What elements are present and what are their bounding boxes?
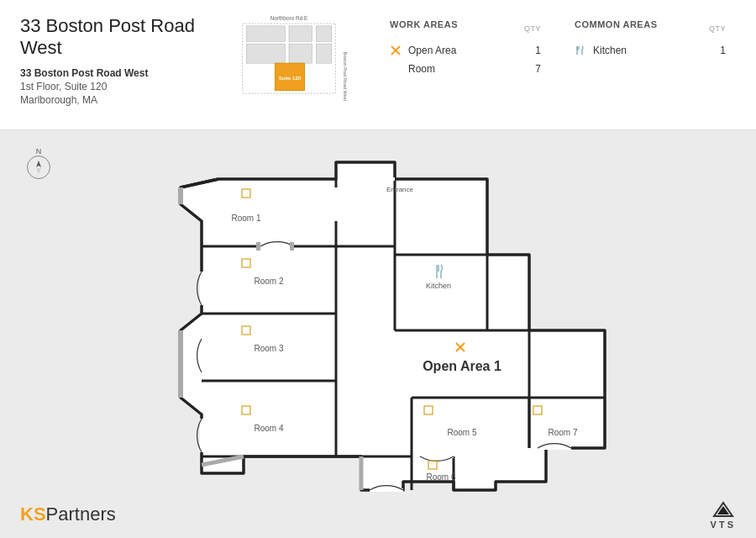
compass-north-label: N: [36, 147, 42, 156]
property-info: 33 Boston Post Road West 33 Boston Post …: [20, 15, 205, 114]
legend-room: Room 7: [390, 63, 541, 75]
fork-knife-icon: [575, 45, 586, 56]
compass: N: [24, 149, 54, 179]
vts-logo: VTS: [711, 501, 736, 530]
open-area-label: Open Area 1: [423, 359, 501, 373]
legend-work: Work Areas QTY Open Area 1 Room 7: [373, 15, 541, 114]
svg-marker-13: [36, 161, 41, 167]
svg-rect-6: [316, 44, 331, 63]
room3-label: Room 3: [254, 344, 283, 353]
entrance-label: Entrance: [386, 186, 414, 193]
svg-rect-1: [246, 26, 285, 41]
floorplan-svg-container: Room 1 Entrance Room 2 Room 3 Room 4 Roo…: [50, 139, 748, 496]
open-area-label: Open Area: [408, 45, 517, 56]
room7-label: Room 7: [548, 428, 577, 437]
common-areas-qty-header: QTY: [709, 24, 726, 33]
compass-circle: [27, 156, 50, 179]
room1-label: Room 1: [231, 214, 260, 223]
svg-rect-45: [290, 242, 294, 251]
room-qty: 7: [524, 63, 541, 75]
room4-label: Room 4: [254, 424, 283, 433]
ks-logo: KSPartners: [20, 504, 116, 525]
work-areas-title: Work Areas: [390, 19, 458, 29]
svg-rect-4: [246, 44, 285, 63]
header-panel: 33 Boston Post Road West 33 Boston Post …: [0, 0, 756, 130]
open-area-qty: 1: [524, 45, 541, 56]
common-areas-title: Common Areas: [575, 19, 657, 29]
svg-marker-14: [36, 167, 41, 174]
vts-text: VTS: [711, 520, 736, 530]
cross-icon: [390, 45, 402, 56]
room5-label: Room 5: [447, 428, 476, 437]
minimap-container: Northboro Rd E Suite 120 Boston Post Roa…: [222, 15, 356, 114]
legend-common: Common Areas QTY Kitchen 1: [558, 15, 726, 114]
vts-icon: [711, 501, 736, 520]
property-floor: 1st Floor, Suite 120: [20, 81, 205, 92]
partners-text: Partners: [46, 504, 116, 525]
room-label: Room: [408, 63, 517, 75]
property-title: 33 Boston Post Road West: [20, 15, 205, 59]
road-label-side: Boston Post Road West: [343, 52, 348, 102]
room2-label: Room 2: [254, 277, 283, 286]
legend-kitchen: Kitchen 1: [575, 45, 726, 56]
suite-label: Suite 120: [279, 76, 302, 81]
floorplan-svg: Room 1 Entrance Room 2 Room 3 Room 4 Roo…: [134, 137, 664, 498]
compass-needle-icon: [30, 159, 47, 176]
svg-rect-2: [289, 26, 312, 41]
minimap-svg: Northboro Rd E Suite 120 Boston Post Roa…: [226, 14, 352, 115]
road-label-top: Northboro Rd E: [270, 15, 309, 21]
svg-rect-3: [316, 26, 331, 41]
svg-rect-44: [256, 242, 260, 251]
svg-rect-5: [289, 44, 312, 63]
property-subtitle: 33 Boston Post Road West: [20, 67, 205, 79]
floorplan-area: N: [0, 130, 756, 538]
work-areas-qty-header: QTY: [524, 24, 541, 33]
kitchen-floor-label: Kitchen: [426, 282, 451, 290]
ks-text: KS: [20, 504, 46, 525]
legend-open-area: Open Area 1: [390, 45, 541, 56]
property-location: Marlborough, MA: [20, 94, 205, 106]
kitchen-label: Kitchen: [593, 45, 702, 56]
kitchen-qty: 1: [709, 45, 726, 56]
room6-label: Room 6: [426, 472, 455, 482]
